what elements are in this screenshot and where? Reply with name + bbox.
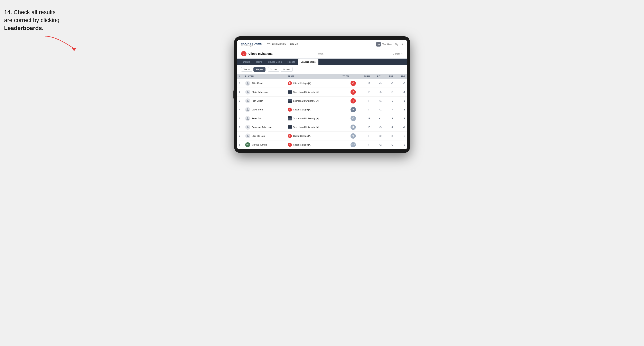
cell-thru: F xyxy=(358,132,372,140)
nav-bar: SCOREBOARD Powered by clippd TOURNAMENTS… xyxy=(237,40,407,49)
cell-team: Scoreboard University [A] xyxy=(286,123,334,132)
player-name: Chris Robertson xyxy=(252,91,268,93)
cell-rd3: +3 xyxy=(395,105,407,114)
tournament-header: C Clippd Invitational (Men) Cancel ✕ xyxy=(237,49,407,59)
tab-leaderboards[interactable]: Leaderboards xyxy=(298,59,318,65)
tab-details[interactable]: Details xyxy=(240,59,253,65)
team-name: Scoreboard University [A] xyxy=(293,100,319,102)
cell-total: +9 xyxy=(334,132,358,140)
svg-point-6 xyxy=(247,126,248,127)
player-avatar xyxy=(245,107,250,112)
team-logo-sb xyxy=(288,99,292,103)
cell-team: Scoreboard University [A] xyxy=(286,114,334,123)
cell-total: E xyxy=(334,105,358,114)
cell-player: Rees Britt xyxy=(243,114,286,123)
cell-rd3: +2 xyxy=(395,140,407,149)
filter-strokes-button[interactable]: Strokes xyxy=(280,67,293,72)
tab-results[interactable]: Results xyxy=(285,59,298,65)
tablet-screen: SCOREBOARD Powered by clippd TOURNAMENTS… xyxy=(237,40,407,149)
cell-total: -8 xyxy=(334,79,358,88)
score-badge: -2 xyxy=(350,98,356,104)
col-team: TEAM xyxy=(286,74,334,79)
team-name: Clippd College [A] xyxy=(293,135,311,137)
cell-rd2: -4 xyxy=(384,105,395,114)
cell-rd1: +5 xyxy=(372,123,384,132)
player-avatar xyxy=(245,81,250,86)
filter-scores-button[interactable]: Scores xyxy=(268,67,280,72)
cell-rank: 8 xyxy=(237,140,243,149)
tabs-bar: Details Teams Course Setup Results Leade… xyxy=(237,59,407,65)
user-avatar: TU xyxy=(376,42,381,46)
cell-rd3: -1 xyxy=(395,96,407,105)
filter-teams-button[interactable]: Teams xyxy=(241,67,252,72)
cell-player: Cameron Robertson xyxy=(243,123,286,132)
cancel-button[interactable]: Cancel xyxy=(393,52,400,55)
svg-point-2 xyxy=(247,91,248,92)
cell-rd3: -1 xyxy=(395,123,407,132)
user-label: Test User | xyxy=(382,43,393,45)
svg-marker-0 xyxy=(72,48,77,51)
nav-right: TU Test User | Sign out xyxy=(376,42,403,46)
sign-out-link[interactable]: Sign out xyxy=(395,43,403,45)
team-name: Scoreboard University [A] xyxy=(293,91,319,93)
cell-rd1: +1 xyxy=(372,96,384,105)
col-rd1: RD1 xyxy=(372,74,384,79)
cell-rd1: +3 xyxy=(372,79,384,88)
cell-rank: 4 xyxy=(237,105,243,114)
score-badge: +11 xyxy=(350,142,356,147)
arrow-indicator xyxy=(41,34,94,57)
tournament-icon: C xyxy=(241,51,246,56)
cell-rank: 7 xyxy=(237,132,243,140)
filter-players-button[interactable]: Players xyxy=(254,67,266,72)
cell-rd2: +7 xyxy=(384,140,395,149)
cell-rd2: +5 xyxy=(384,88,395,96)
cell-player: Elliot Ebert xyxy=(243,79,286,88)
tab-course-setup[interactable]: Course Setup xyxy=(265,59,285,65)
score-badge: -8 xyxy=(350,81,356,86)
cell-rd1: +1 xyxy=(372,105,384,114)
cell-thru: F xyxy=(358,140,372,149)
filter-bar: Teams Players Scores Strokes xyxy=(237,65,407,74)
instruction-line2: are correct by clicking xyxy=(4,17,60,23)
player-avatar xyxy=(245,125,250,130)
team-logo-sb xyxy=(288,125,292,129)
logo-sub: Powered by clippd xyxy=(241,45,262,46)
cell-team: Scoreboard University [A] xyxy=(286,96,334,105)
cell-rd3: -4 xyxy=(395,88,407,96)
cell-rank: 5 xyxy=(237,114,243,123)
nav-teams[interactable]: TEAMS xyxy=(290,42,298,46)
tablet-device: SCOREBOARD Powered by clippd TOURNAMENTS… xyxy=(234,36,410,153)
cell-player: Chris Robertson xyxy=(243,88,286,96)
svg-point-1 xyxy=(247,82,248,83)
score-badge: +9 xyxy=(350,133,356,139)
nav-tournaments[interactable]: TOURNAMENTS xyxy=(267,42,286,46)
cell-rd1: -5 xyxy=(372,88,384,96)
cell-team: CClippd College [A] xyxy=(286,140,334,149)
logo-area: SCOREBOARD Powered by clippd xyxy=(241,42,262,46)
team-name: Clippd College [A] xyxy=(293,144,311,146)
col-rank: # xyxy=(237,74,243,79)
team-name: Clippd College [A] xyxy=(293,82,311,85)
cell-total: +6 xyxy=(334,123,358,132)
svg-point-3 xyxy=(247,100,248,101)
col-total: TOTAL xyxy=(334,74,358,79)
cell-team: CClippd College [A] xyxy=(286,105,334,114)
col-player: PLAYER xyxy=(243,74,286,79)
score-badge: +1 xyxy=(350,116,356,121)
table-row: 2Chris RobertsonScoreboard University [A… xyxy=(237,88,407,96)
player-avatar: MT xyxy=(245,142,250,147)
svg-point-5 xyxy=(247,117,248,118)
player-name: Rees Britt xyxy=(252,117,262,120)
cell-total: +11 xyxy=(334,140,358,149)
cancel-x-icon[interactable]: ✕ xyxy=(401,52,403,55)
player-avatar xyxy=(245,134,250,138)
team-name: Clippd College [A] xyxy=(293,108,311,111)
cell-rd2: +2 xyxy=(384,123,395,132)
player-avatar xyxy=(245,90,250,95)
tab-teams[interactable]: Teams xyxy=(253,59,265,65)
nav-links: TOURNAMENTS TEAMS xyxy=(267,42,376,46)
cell-player: MTMarcus Turners xyxy=(243,140,286,149)
tablet-side-button xyxy=(234,90,234,99)
table-row: 3Rich ButlerScoreboard University [A]-2F… xyxy=(237,96,407,105)
player-name: Rich Butler xyxy=(252,100,263,102)
